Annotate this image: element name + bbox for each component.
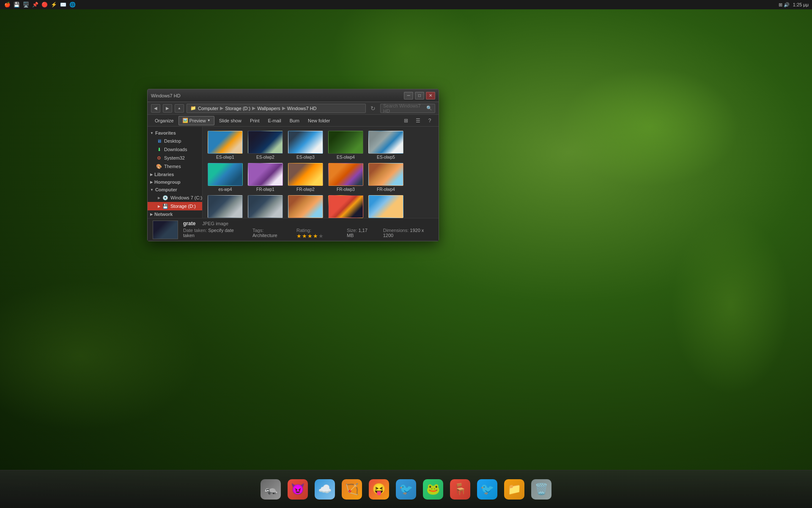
taskbar-icon-7[interactable]: 🌐 [69,1,76,8]
thumbnail-item-es-olwp1[interactable]: ES-olwp1 [205,129,245,161]
dock-item-bird[interactable]: 🐦 [394,478,418,501]
view-icon-button[interactable]: ⊞ [401,116,411,125]
storage-icon: 💾 [162,203,168,209]
sidebar-item-storaged[interactable]: ▶ 💾 Storage (D:) [148,202,202,210]
dock-item-chair[interactable]: 🪑 [448,478,472,501]
libraries-section[interactable]: ▶ Libraries [148,171,202,178]
search-box[interactable]: Search Windows7 HD 🔍 [380,104,435,113]
tags-meta: Tags: Architecture [252,228,288,239]
thumbnail-item-fr-wp2[interactable]: fr-wp2 [326,193,366,218]
taskbar-icon-4[interactable]: 🔴 [41,1,48,8]
thumb-label-fr-olwp2: FR-olwp2 [287,187,324,192]
monster-icon: 😈 [288,479,308,500]
back-button[interactable]: ◀ [151,104,160,113]
bottom-dock: 🦡 😈 ☁️ 🏹 😝 🐦 🐸 🪑 🐦 📁 🗑️ [0,470,812,508]
thumb-image-es-olwp2 [248,131,283,154]
sidebar-item-desktop[interactable]: 🖥 Desktop [148,137,202,145]
taskbar-left: 🍎 💾 🖥️ 📌 🔴 ⚡ ✉️ 🌐 [3,1,76,8]
dock-item-monster[interactable]: 😈 [286,478,310,501]
details-icon-button[interactable]: ☰ [412,116,423,125]
favorites-section[interactable]: ▼ Favorites [148,129,202,137]
thumb-image-fr-wp3 [368,195,403,218]
thumbnail-item-es-olwp5[interactable]: ES-olwp5 [366,129,406,161]
minimize-button[interactable]: ─ [404,92,413,99]
status-filename: grate [183,221,195,226]
arrow-icon: 🏹 [342,479,362,500]
computer-section[interactable]: ▼ Computer [148,186,202,193]
thumbnail-item-es-olwp2[interactable]: ES-olwp2 [245,129,285,161]
network-section[interactable]: ▶ Network [148,210,202,218]
dock-item-frog[interactable]: 🐸 [421,478,445,501]
close-button[interactable]: ✕ [426,92,435,99]
downloads-label: Downloads [164,147,187,152]
taskbar-icon-6[interactable]: ✉️ [59,1,67,8]
dock-item-cloud[interactable]: ☁️ [313,478,337,501]
computer-label: Computer [155,187,177,192]
taskbar-right: ⊞ 🔊 1:25 μμ [779,2,809,8]
taskbar-icon-1[interactable]: 💾 [13,1,20,8]
path-computer: Computer [198,106,218,111]
status-meta: Date taken: Specify date taken Tags: Arc… [183,228,433,239]
thumbnail-item-fr-olwp3[interactable]: FR-olwp3 [326,161,366,193]
organize-button[interactable]: Organize [151,116,178,125]
dock-item-arrow[interactable]: 🏹 [340,478,364,501]
apple-menu-icon[interactable]: 🍎 [3,1,11,8]
thumb-image-fr-wp1 [288,195,323,218]
address-path[interactable]: 📁 Computer ▶ Storage (D:) ▶ Wallpapers ▶… [187,104,366,113]
thumbnail-item-es-olwp4[interactable]: ES-olwp4 [326,129,366,161]
up-button[interactable]: ▲ [175,104,184,113]
thumb-image-fr-olwp6 [248,195,283,218]
thumb-label-es-olwp1: ES-olwp1 [207,155,244,160]
thumbnail-item-fr-olwp1[interactable]: FR-olwp1 [245,161,285,193]
dock-item-folder[interactable]: 📁 [502,478,526,501]
badger-icon: 🦡 [261,479,281,500]
sidebar-item-downloads[interactable]: ⬇ Downloads [148,145,202,154]
thumb-image-fr-olwp1 [248,163,283,186]
size-meta: Size: 1,17 MB [347,228,375,239]
thumbnail-item-fr-wp1[interactable]: fr-wp1 [285,193,326,218]
refresh-button[interactable]: ↻ [368,104,378,113]
thumbnail-item-fr-olwp6[interactable]: FR-olwp6 [245,193,285,218]
twitter-icon: 🐦 [477,479,497,500]
thumbnail-item-fr-olwp5[interactable]: FR-olwp5 [205,193,245,218]
preview-button[interactable]: 🖼️ Preview ▼ [178,116,214,125]
thumbnail-item-es-wp4[interactable]: es-wp4 [205,161,245,193]
dock-item-face[interactable]: 😝 [367,478,391,501]
date-label: Date taken: [183,228,207,233]
computer-arrow: ▼ [150,188,154,192]
sidebar-item-windows7c[interactable]: ▶ 💿 Windows 7 (C:) [148,193,202,202]
taskbar-icon-2[interactable]: 🖥️ [22,1,30,8]
dock-item-twitter[interactable]: 🐦 [475,478,499,501]
storaged-label: Storage (D:) [170,204,196,209]
thumbnail-item-fr-olwp4[interactable]: FR-olwp4 [366,161,406,193]
stars-display: ★★★★★ [296,233,324,239]
preview-arrow: ▼ [207,119,211,122]
maximize-button[interactable]: □ [415,92,424,99]
help-icon-button[interactable]: ? [424,116,435,125]
forward-button[interactable]: ▶ [163,104,172,113]
tags-value: Architecture [252,233,277,238]
top-taskbar: 🍎 💾 🖥️ 📌 🔴 ⚡ ✉️ 🌐 ⊞ 🔊 1:25 μμ [0,0,812,9]
taskbar-icon-3[interactable]: 📌 [31,1,39,8]
thumb-label-es-olwp4: ES-olwp4 [327,155,364,160]
dock-item-badger[interactable]: 🦡 [259,478,283,501]
slideshow-button[interactable]: Slide show [215,116,245,125]
homegroup-section[interactable]: ▶ Homegroup [148,178,202,186]
thumbnail-item-fr-olwp2[interactable]: FR-olwp2 [285,161,326,193]
print-button[interactable]: Print [246,116,263,125]
explorer-window: Windows7 HD ─ □ ✕ ◀ ▶ ▲ 📁 Computer ▶ Sto… [147,89,439,241]
thumb-image-fr-olwp3 [328,163,363,186]
new-folder-button[interactable]: New folder [304,116,334,125]
thumbnail-item-fr-wp3[interactable]: fr-wp3 [366,193,406,218]
cloud-icon: ☁️ [315,479,335,500]
thumbnail-item-es-olwp3[interactable]: ES-olwp3 [285,129,326,161]
desktop-background [0,0,812,508]
email-button[interactable]: E-mail [264,116,285,125]
taskbar-icon-5[interactable]: ⚡ [50,1,58,8]
thumb-image-es-olwp1 [208,131,243,154]
tags-label: Tags: [252,228,263,233]
burn-button[interactable]: Burn [286,116,303,125]
dock-item-trash[interactable]: 🗑️ [529,478,553,501]
sidebar-item-themes[interactable]: 🎨 Themes [148,162,202,171]
sidebar-item-system32[interactable]: ⚙ System32 [148,154,202,162]
